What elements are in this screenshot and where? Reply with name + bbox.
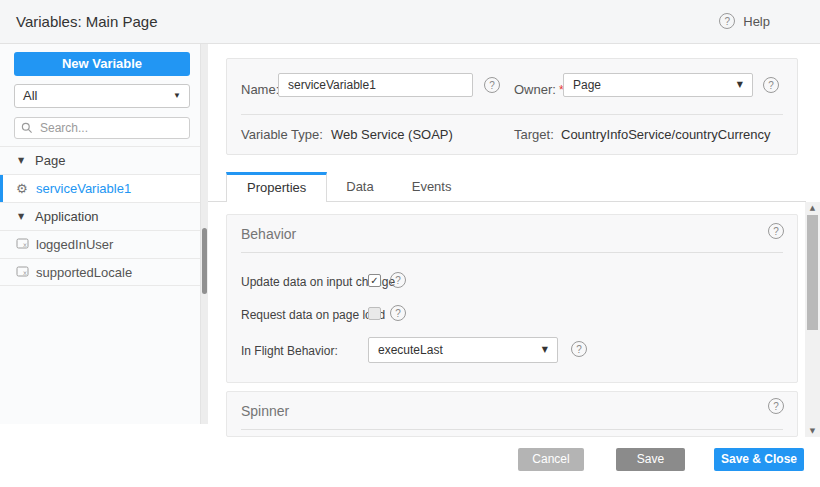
spinner-help-icon[interactable]: ? bbox=[768, 398, 784, 414]
tree-item-loggedinuser[interactable]: x loggedInUser bbox=[0, 230, 200, 258]
behavior-section-title: Behavior bbox=[241, 226, 296, 242]
app-header: Variables: Main Page ? Help bbox=[0, 0, 820, 44]
tree-item-supportedlocale[interactable]: x supportedLocale bbox=[0, 258, 200, 286]
save-and-close-button[interactable]: Save & Close bbox=[714, 448, 804, 471]
help-icon: ? bbox=[719, 13, 735, 29]
collapse-triangle-icon: ▼ bbox=[18, 156, 30, 165]
tree-item-label: supportedLocale bbox=[36, 265, 132, 280]
caret-down-icon: ▼ bbox=[737, 74, 743, 96]
request-on-page-load-checkbox[interactable] bbox=[368, 307, 381, 320]
variable-filter-select[interactable]: All ▼ bbox=[14, 84, 190, 108]
tree-item-label: loggedInUser bbox=[36, 237, 113, 252]
content-scrollbar[interactable]: ▲ ▼ bbox=[805, 202, 820, 437]
owner-label: Owner:* bbox=[514, 80, 564, 98]
sidebar-scrollbar-thumb[interactable] bbox=[202, 228, 207, 294]
spinner-section-title: Spinner bbox=[241, 403, 289, 419]
request-on-page-load-help-icon[interactable]: ? bbox=[390, 305, 406, 321]
behavior-section: Behavior ? Update data on input change ✓… bbox=[226, 214, 798, 383]
check-icon: ✓ bbox=[370, 275, 378, 286]
variables-sidebar: New Variable All ▼ ▼ Page ⚙ serviceVaria… bbox=[0, 44, 208, 424]
search-icon bbox=[21, 122, 33, 134]
svg-text:x: x bbox=[23, 268, 27, 276]
panel-divider bbox=[241, 114, 783, 115]
section-divider bbox=[241, 252, 783, 253]
static-variable-icon: x bbox=[16, 237, 31, 252]
target-label: Target: bbox=[514, 127, 554, 142]
tab-events[interactable]: Events bbox=[393, 172, 471, 202]
variable-type-value: Web Service (SOAP) bbox=[331, 127, 453, 142]
tab-data[interactable]: Data bbox=[327, 172, 392, 202]
owner-selected-value: Page bbox=[573, 78, 601, 92]
collapse-triangle-icon: ▼ bbox=[18, 212, 30, 221]
tree-group-label: Application bbox=[35, 209, 99, 224]
update-on-input-change-help-icon[interactable]: ? bbox=[390, 272, 406, 288]
name-help-icon[interactable]: ? bbox=[484, 77, 500, 93]
service-variable-gear-icon: ⚙ bbox=[16, 182, 31, 195]
sidebar-scrollbar[interactable] bbox=[200, 44, 208, 424]
static-variable-icon: x bbox=[16, 265, 31, 280]
variable-info-panel: Name:* ? Owner:* Page ▼ ? Variable Type:… bbox=[226, 58, 798, 155]
filter-selected-value: All bbox=[23, 88, 37, 103]
tree-group-application[interactable]: ▼ Application bbox=[0, 202, 200, 230]
tabbar: Properties Data Events bbox=[226, 172, 470, 202]
target-value: CountryInfoService/countryCurrency bbox=[561, 127, 771, 142]
tree-item-servicevariable1[interactable]: ⚙ serviceVariable1 bbox=[0, 174, 200, 202]
update-on-input-change-checkbox[interactable]: ✓ bbox=[368, 274, 381, 287]
owner-select[interactable]: Page ▼ bbox=[563, 73, 753, 97]
cancel-button[interactable]: Cancel bbox=[518, 448, 584, 471]
scroll-down-icon[interactable]: ▼ bbox=[805, 425, 820, 437]
in-flight-selected-value: executeLast bbox=[378, 343, 443, 357]
tree-group-page[interactable]: ▼ Page bbox=[0, 146, 200, 174]
tree-group-label: Page bbox=[35, 153, 65, 168]
in-flight-behavior-select[interactable]: executeLast ▼ bbox=[368, 337, 558, 363]
svg-text:x: x bbox=[23, 241, 27, 249]
name-input[interactable] bbox=[278, 73, 473, 97]
spinner-section: Spinner ? bbox=[226, 391, 798, 437]
scrollbar-thumb[interactable] bbox=[807, 215, 818, 330]
tab-properties[interactable]: Properties bbox=[226, 172, 327, 202]
variables-tree: ▼ Page ⚙ serviceVariable1 ▼ Application … bbox=[0, 146, 200, 286]
search-box[interactable] bbox=[14, 117, 190, 139]
help-button[interactable]: ? Help bbox=[719, 13, 770, 29]
caret-down-icon: ▼ bbox=[542, 338, 548, 362]
variable-type-label: Variable Type: bbox=[241, 127, 323, 142]
in-flight-behavior-label: In Flight Behavior: bbox=[241, 344, 338, 358]
behavior-help-icon[interactable]: ? bbox=[768, 223, 784, 239]
scroll-up-icon[interactable]: ▲ bbox=[805, 202, 820, 214]
in-flight-behavior-help-icon[interactable]: ? bbox=[571, 341, 587, 357]
page-title: Variables: Main Page bbox=[16, 13, 157, 30]
search-input[interactable] bbox=[38, 120, 182, 136]
owner-help-icon[interactable]: ? bbox=[763, 77, 779, 93]
save-button[interactable]: Save bbox=[616, 448, 685, 471]
request-on-page-load-label: Request data on page load bbox=[241, 308, 385, 322]
help-label: Help bbox=[743, 14, 770, 29]
caret-down-icon: ▼ bbox=[173, 85, 181, 107]
new-variable-button[interactable]: New Variable bbox=[14, 52, 190, 76]
section-divider bbox=[241, 429, 783, 430]
tree-item-label: serviceVariable1 bbox=[36, 181, 131, 196]
